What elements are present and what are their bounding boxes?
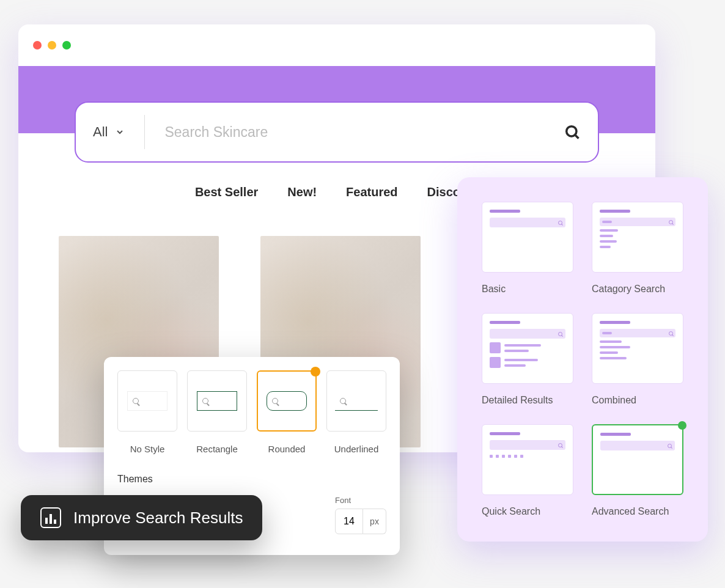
layout-option-category[interactable]: Catagory Search [592, 202, 683, 295]
header-band: All [18, 66, 655, 133]
search-icon [668, 444, 672, 448]
nav-featured[interactable]: Featured [346, 185, 397, 199]
nav-best-seller[interactable]: Best Seller [195, 185, 258, 199]
search-category-label: All [93, 124, 108, 140]
search-icon [669, 331, 673, 336]
search-icon [340, 398, 346, 404]
style-options-row: No Style Rectangle Rounded Underlined [117, 370, 386, 454]
style-option-underlined[interactable]: Underlined [326, 370, 386, 454]
search-icon [272, 398, 278, 404]
bar-chart-icon [40, 507, 61, 528]
font-size-input[interactable]: 14 [335, 509, 363, 534]
layout-option-quick[interactable]: Quick Search [482, 424, 573, 517]
style-option-rectangle[interactable]: Rectangle [187, 370, 247, 454]
layouts-panel: Basic Catagory Search Detailed Results [457, 177, 708, 542]
window-chrome [18, 24, 655, 66]
layout-option-advanced[interactable]: Advanced Search [592, 424, 683, 517]
improve-button-label: Improve Search Results [73, 509, 243, 527]
improve-search-button[interactable]: Improve Search Results [21, 495, 262, 540]
nav-new[interactable]: New! [287, 185, 317, 199]
search-icon[interactable] [564, 123, 581, 141]
style-option-rounded[interactable]: Rounded [257, 370, 317, 454]
search-bar: All [75, 101, 599, 163]
search-icon [669, 220, 673, 224]
minimize-icon[interactable] [48, 41, 56, 50]
layout-option-basic[interactable]: Basic [482, 202, 573, 295]
svg-line-1 [575, 135, 578, 138]
search-category-dropdown[interactable]: All [93, 115, 145, 149]
svg-point-0 [567, 127, 576, 136]
close-icon[interactable] [33, 41, 42, 50]
layout-option-detailed[interactable]: Detailed Results [482, 313, 573, 406]
font-unit-label: px [363, 509, 386, 534]
search-input[interactable] [164, 124, 564, 141]
search-icon [202, 398, 208, 404]
layout-option-combined[interactable]: Combined [592, 313, 683, 406]
font-label: Font [335, 496, 386, 505]
themes-heading: Themes [117, 474, 386, 485]
maximize-icon[interactable] [62, 41, 71, 50]
search-icon [133, 398, 139, 404]
search-icon [558, 221, 562, 225]
style-option-no-style[interactable]: No Style [117, 370, 177, 454]
search-icon [558, 332, 562, 336]
search-icon [558, 443, 562, 447]
chevron-down-icon [115, 127, 125, 137]
